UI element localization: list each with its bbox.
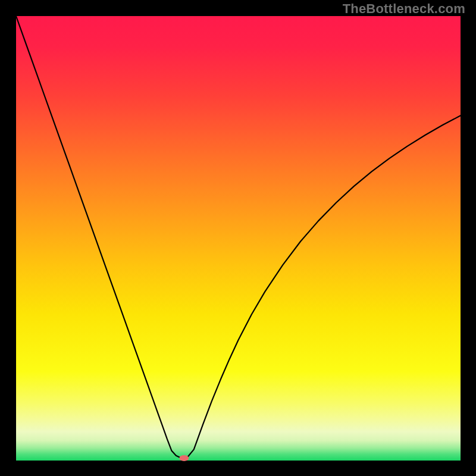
chart-svg — [0, 0, 476, 476]
optimal-point-marker — [179, 455, 189, 461]
chart-root: TheBottleneck.com — [0, 0, 476, 476]
plot-background — [16, 16, 461, 461]
watermark-text: TheBottleneck.com — [343, 1, 465, 17]
